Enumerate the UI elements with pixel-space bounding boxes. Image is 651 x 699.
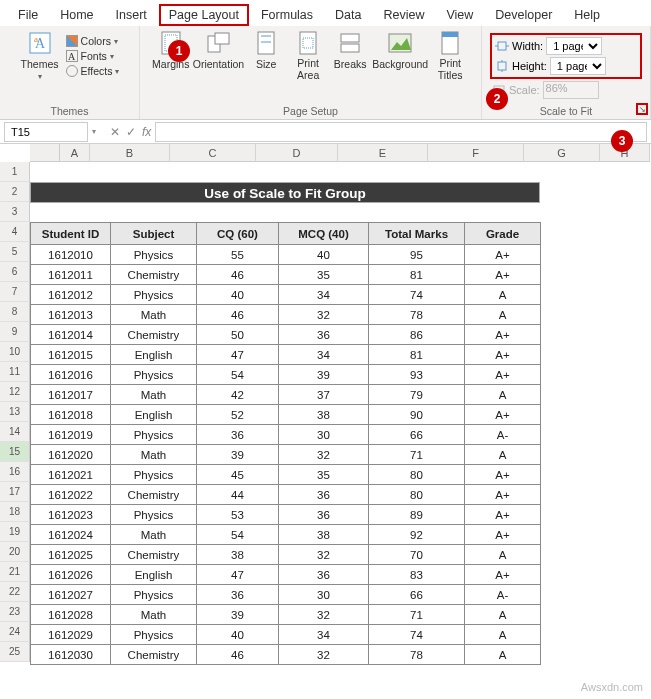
table-cell[interactable]: A+	[465, 465, 541, 485]
row-header[interactable]: 11	[0, 362, 30, 382]
table-cell[interactable]: A-	[465, 425, 541, 445]
table-cell[interactable]: A	[465, 645, 541, 665]
table-cell[interactable]: 78	[369, 305, 465, 325]
table-cell[interactable]: 1612011	[31, 265, 111, 285]
table-cell[interactable]: A+	[465, 505, 541, 525]
table-cell[interactable]: 38	[279, 405, 369, 425]
table-cell[interactable]: 1612023	[31, 505, 111, 525]
effects-button[interactable]: Effects▾	[66, 64, 120, 78]
table-cell[interactable]: 55	[197, 245, 279, 265]
column-header[interactable]: G	[524, 144, 600, 162]
print-area-button[interactable]: Print Area	[288, 30, 328, 81]
row-header[interactable]: 18	[0, 502, 30, 522]
themes-button[interactable]: Aa Themes ▾	[20, 30, 60, 81]
table-cell[interactable]: 1612018	[31, 405, 111, 425]
table-cell[interactable]: 39	[197, 605, 279, 625]
table-cell[interactable]: Physics	[111, 285, 197, 305]
column-header[interactable]: A	[60, 144, 90, 162]
row-header[interactable]: 1	[0, 162, 30, 182]
table-cell[interactable]: 39	[279, 365, 369, 385]
colors-button[interactable]: Colors▾	[66, 34, 120, 48]
row-header[interactable]: 5	[0, 242, 30, 262]
table-cell[interactable]: Physics	[111, 505, 197, 525]
row-header[interactable]: 10	[0, 342, 30, 362]
table-cell[interactable]: 40	[279, 245, 369, 265]
table-cell[interactable]: Physics	[111, 625, 197, 645]
table-cell[interactable]: 34	[279, 285, 369, 305]
table-cell[interactable]: 39	[197, 445, 279, 465]
table-cell[interactable]: Math	[111, 525, 197, 545]
row-header[interactable]: 2	[0, 182, 30, 202]
table-cell[interactable]: 36	[279, 565, 369, 585]
table-cell[interactable]: A+	[465, 245, 541, 265]
table-cell[interactable]: 38	[197, 545, 279, 565]
table-cell[interactable]: 81	[369, 265, 465, 285]
table-cell[interactable]: 1612025	[31, 545, 111, 565]
table-cell[interactable]: 35	[279, 465, 369, 485]
table-cell[interactable]: 81	[369, 345, 465, 365]
table-cell[interactable]: 71	[369, 445, 465, 465]
table-cell[interactable]: A+	[465, 525, 541, 545]
size-button[interactable]: Size	[246, 30, 286, 70]
tab-formulas[interactable]: Formulas	[251, 4, 323, 26]
column-header[interactable]: E	[338, 144, 428, 162]
table-cell[interactable]: Physics	[111, 425, 197, 445]
table-cell[interactable]: 40	[197, 285, 279, 305]
table-cell[interactable]: 93	[369, 365, 465, 385]
table-cell[interactable]: 1612022	[31, 485, 111, 505]
chevron-down-icon[interactable]: ▾	[92, 127, 96, 136]
row-header[interactable]: 22	[0, 582, 30, 602]
enter-icon[interactable]: ✓	[126, 125, 136, 139]
column-header[interactable]: D	[256, 144, 338, 162]
row-header[interactable]: 19	[0, 522, 30, 542]
table-cell[interactable]: A	[465, 545, 541, 565]
table-cell[interactable]: 32	[279, 605, 369, 625]
table-cell[interactable]: 79	[369, 385, 465, 405]
table-cell[interactable]: 46	[197, 265, 279, 285]
table-cell[interactable]: 90	[369, 405, 465, 425]
table-cell[interactable]: A+	[465, 325, 541, 345]
table-cell[interactable]: 1612020	[31, 445, 111, 465]
table-cell[interactable]: 37	[279, 385, 369, 405]
fonts-button[interactable]: AFonts▾	[66, 49, 120, 63]
table-cell[interactable]: 53	[197, 505, 279, 525]
row-header[interactable]: 12	[0, 382, 30, 402]
row-header[interactable]: 8	[0, 302, 30, 322]
table-cell[interactable]: 1612014	[31, 325, 111, 345]
table-cell[interactable]: 1612012	[31, 285, 111, 305]
table-cell[interactable]: A	[465, 285, 541, 305]
table-cell[interactable]: 45	[197, 465, 279, 485]
dialog-launcher-icon[interactable]: ↘	[636, 103, 648, 115]
table-cell[interactable]: 42	[197, 385, 279, 405]
table-cell[interactable]: 52	[197, 405, 279, 425]
table-cell[interactable]: 1612024	[31, 525, 111, 545]
table-cell[interactable]: Physics	[111, 585, 197, 605]
table-cell[interactable]: 1612017	[31, 385, 111, 405]
table-cell[interactable]: 1612013	[31, 305, 111, 325]
table-cell[interactable]: Math	[111, 605, 197, 625]
table-cell[interactable]: A	[465, 305, 541, 325]
table-cell[interactable]: 95	[369, 245, 465, 265]
table-header-cell[interactable]: Grade	[465, 223, 541, 245]
row-header[interactable]: 17	[0, 482, 30, 502]
width-select[interactable]: 1 page	[546, 37, 602, 55]
name-box[interactable]	[4, 122, 88, 142]
table-cell[interactable]: English	[111, 565, 197, 585]
table-cell[interactable]: 34	[279, 625, 369, 645]
tab-view[interactable]: View	[436, 4, 483, 26]
table-cell[interactable]: A+	[465, 405, 541, 425]
table-cell[interactable]: 1612029	[31, 625, 111, 645]
table-cell[interactable]: 32	[279, 545, 369, 565]
table-cell[interactable]: Physics	[111, 465, 197, 485]
table-cell[interactable]: 1612015	[31, 345, 111, 365]
table-header-cell[interactable]: Student ID	[31, 223, 111, 245]
table-header-cell[interactable]: MCQ (40)	[279, 223, 369, 245]
tab-page-layout[interactable]: Page Layout	[159, 4, 249, 26]
table-cell[interactable]: 36	[279, 505, 369, 525]
table-cell[interactable]: 80	[369, 485, 465, 505]
table-cell[interactable]: 1612028	[31, 605, 111, 625]
column-header[interactable]: F	[428, 144, 524, 162]
table-cell[interactable]: 1612027	[31, 585, 111, 605]
tab-help[interactable]: Help	[564, 4, 610, 26]
table-cell[interactable]: 89	[369, 505, 465, 525]
